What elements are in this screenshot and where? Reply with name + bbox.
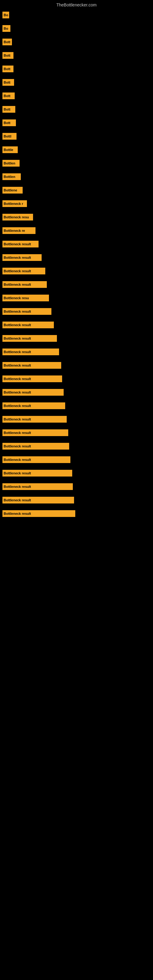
bar-label: Bottleneck result	[4, 283, 31, 286]
bar-label: Bott	[4, 81, 10, 84]
bar-row: Bottleneck result	[2, 470, 153, 477]
bar-item: Bottleneck result	[2, 268, 45, 274]
bar-row: Bottleneck resu	[2, 294, 153, 301]
bar-item: Bottleneck re	[2, 227, 35, 234]
bar-item: Bottleneck result	[2, 416, 67, 423]
bar-item: Bottleneck result	[2, 443, 69, 450]
bar-item: Bottleneck result	[2, 281, 47, 288]
bar-label: Bottleneck result	[4, 458, 31, 461]
bar-label: Bottleneck result	[4, 431, 31, 434]
bar-row: Bottleneck result	[2, 510, 153, 517]
bar-label: Bottleneck result	[4, 404, 31, 407]
bar-label: Bott	[4, 108, 10, 111]
bar-label: Bott	[4, 54, 10, 57]
bar-row: Bottleneck result	[2, 389, 153, 396]
bar-item: Bottleneck resu	[2, 294, 49, 301]
bar-row: Bottle	[2, 146, 153, 153]
bar-row: Bott	[2, 119, 153, 126]
bar-label: Bottleneck result	[4, 444, 31, 448]
bar-label: Bottleneck re	[4, 229, 25, 232]
bar-row: Bottleneck result	[2, 254, 153, 261]
bar-item: Bottleneck result	[2, 241, 38, 247]
bar-label: Bottleneck result	[4, 310, 31, 313]
bar-label: Bottleneck result	[4, 256, 31, 259]
bar-item: Bottlen	[2, 160, 19, 167]
bar-row: Bottleneck result	[2, 483, 153, 490]
bar-item: Bottleneck result	[2, 321, 54, 328]
bar-row: Bottleneck result	[2, 335, 153, 342]
bar-label: Bottleneck resu	[4, 296, 29, 300]
bars-container: BoBoBottBottBottBottBottBottBottBottlBot…	[0, 9, 153, 517]
bar-item: Bottleneck result	[2, 362, 61, 369]
bar-label: Bottleneck result	[4, 417, 31, 421]
bar-label: Bo	[4, 27, 8, 30]
bar-row: Bottleneck result	[2, 348, 153, 355]
bar-item: Bottleneck r	[2, 200, 27, 207]
bar-item: Bottleneck result	[2, 510, 75, 517]
bar-row: Bo	[2, 25, 153, 32]
bar-item: Bott	[2, 52, 13, 59]
bar-row: Bottleneck result	[2, 416, 153, 423]
bar-row: Bottl	[2, 133, 153, 140]
bar-row: Bott	[2, 38, 153, 45]
bar-row: Bottleneck result	[2, 281, 153, 288]
bar-row: Bottlen	[2, 160, 153, 167]
bar-row: Bottleneck resu	[2, 214, 153, 221]
bar-label: Bottle	[4, 148, 13, 151]
bar-row: Bottleneck r	[2, 200, 153, 207]
bar-item: Bottleneck result	[2, 375, 62, 382]
bar-item: Bottleneck result	[2, 430, 68, 436]
bar-row: Bottlen	[2, 173, 153, 180]
bar-label: Bottl	[4, 134, 11, 138]
bar-item: Bottleneck result	[2, 348, 59, 355]
bar-label: Bottleneck r	[4, 202, 23, 205]
bar-item: Bottleneck result	[2, 254, 41, 261]
bar-label: Bottleneck result	[4, 364, 31, 367]
bar-label: Bottleneck result	[4, 498, 31, 502]
bar-item: Bott	[2, 38, 12, 45]
bar-label: Bottlen	[4, 175, 15, 178]
bar-label: Bottleneck result	[4, 337, 31, 340]
bar-item: Bottleneck result	[2, 483, 73, 490]
bar-row: Bottleneck result	[2, 362, 153, 369]
bar-row: Bott	[2, 106, 153, 113]
bar-item: Bott	[2, 79, 14, 86]
bar-label: Bott	[4, 67, 10, 71]
bar-item: Bott	[2, 106, 15, 113]
bar-label: Bottleneck result	[4, 390, 31, 394]
bar-label: Bo	[4, 13, 8, 17]
bar-item: Bottleneck result	[2, 470, 72, 477]
bar-row: Bott	[2, 79, 153, 86]
bar-item: Bottlene	[2, 187, 22, 194]
bar-row: Bo	[2, 12, 153, 18]
bar-label: Bottleneck result	[4, 512, 31, 515]
bar-item: Bo	[2, 25, 10, 32]
bar-row: Bottleneck result	[2, 430, 153, 436]
bar-item: Bott	[2, 92, 15, 99]
bar-label: Bott	[4, 94, 10, 98]
bar-item: Bottle	[2, 146, 18, 153]
bar-label: Bottleneck result	[4, 269, 31, 273]
bar-item: Bott	[2, 65, 13, 72]
bar-item: Bottleneck result	[2, 308, 51, 315]
bar-row: Bottleneck result	[2, 443, 153, 450]
bar-label: Bottleneck result	[4, 350, 31, 354]
bar-item: Bottl	[2, 133, 16, 140]
bar-item: Bott	[2, 119, 16, 126]
bar-item: Bottleneck resu	[2, 214, 33, 221]
bar-label: Bottleneck result	[4, 471, 31, 475]
bar-row: Bottleneck result	[2, 402, 153, 409]
bar-item: Bo	[2, 12, 9, 18]
bar-label: Bottlene	[4, 188, 17, 192]
bar-item: Bottleneck result	[2, 497, 74, 503]
bar-label: Bottleneck result	[4, 377, 31, 381]
bar-row: Bottleneck result	[2, 497, 153, 503]
bar-label: Bottlen	[4, 161, 15, 165]
bar-row: Bottleneck result	[2, 321, 153, 328]
bar-row: Bottleneck re	[2, 227, 153, 234]
bar-row: Bottleneck result	[2, 375, 153, 382]
bar-row: Bottleneck result	[2, 308, 153, 315]
bar-label: Bottleneck resu	[4, 215, 29, 219]
bar-row: Bott	[2, 65, 153, 72]
bar-row: Bottleneck result	[2, 268, 153, 274]
